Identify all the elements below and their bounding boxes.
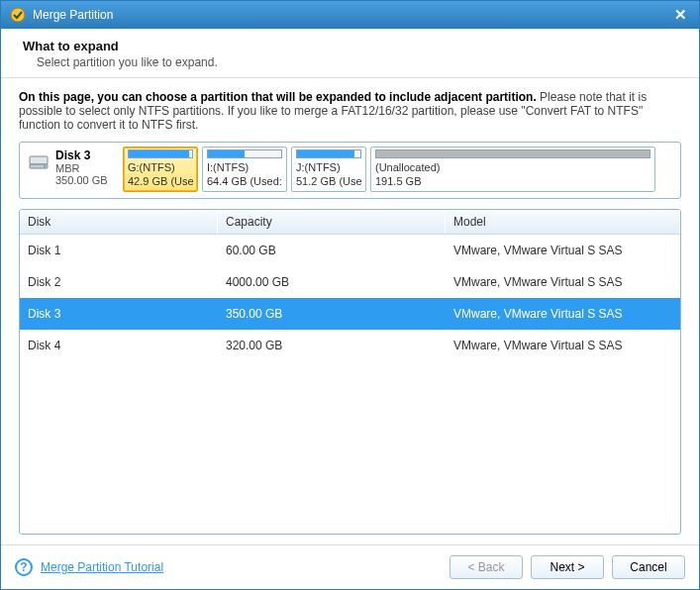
partition-block[interactable]: J:(NTFS)51.2 GB (Use <box>291 147 366 192</box>
col-header-model[interactable]: Model <box>446 210 680 234</box>
help-icon[interactable]: ? <box>15 558 33 576</box>
table-row[interactable]: Disk 4320.00 GBVMware, VMware Virtual S … <box>20 330 680 361</box>
table-header: Disk Capacity Model <box>20 210 680 235</box>
page-subtitle: Select partition you like to expand. <box>23 55 677 69</box>
partition-label: (Unallocated) <box>375 160 650 174</box>
partition-label: I:(NTFS) <box>207 160 282 174</box>
disk-table: Disk Capacity Model Disk 160.00 GBVMware… <box>19 209 681 535</box>
table-row[interactable]: Disk 24000.00 GBVMware, VMware Virtual S… <box>20 266 680 298</box>
back-button[interactable]: < Back <box>450 555 523 579</box>
partition-size: 64.4 GB (Used: <box>207 174 282 188</box>
partition-usage-bar <box>207 149 282 158</box>
next-button[interactable]: Next > <box>531 555 604 579</box>
partition-size: 51.2 GB (Use <box>296 174 361 188</box>
partition-size: 191.5 GB <box>375 174 650 188</box>
cell-capacity: 60.00 GB <box>218 235 446 266</box>
svg-point-0 <box>11 8 25 22</box>
partition-list: G:(NTFS)42.9 GB (UseI:(NTFS)64.4 GB (Use… <box>123 147 674 192</box>
cell-disk: Disk 2 <box>20 266 218 298</box>
page-title: What to expand <box>23 39 677 53</box>
cell-capacity: 4000.00 GB <box>218 266 446 298</box>
disk-name: Disk 3 <box>55 148 108 162</box>
cell-model: VMware, VMware Virtual S SAS <box>446 330 680 361</box>
table-row[interactable]: Disk 3350.00 GBVMware, VMware Virtual S … <box>20 298 680 330</box>
partition-block[interactable]: I:(NTFS)64.4 GB (Used: <box>202 147 287 192</box>
cell-disk: Disk 3 <box>20 298 218 330</box>
partition-usage-bar <box>375 149 650 158</box>
col-header-disk[interactable]: Disk <box>20 210 218 234</box>
cell-capacity: 320.00 GB <box>218 330 446 361</box>
app-icon <box>9 6 27 24</box>
disk-meta: Disk 3 MBR 350.00 GB <box>26 147 119 192</box>
partition-block[interactable]: G:(NTFS)42.9 GB (Use <box>123 147 198 192</box>
disk-size: 350.00 GB <box>55 174 108 186</box>
partition-size: 42.9 GB (Use <box>128 174 193 188</box>
cell-disk: Disk 4 <box>20 330 218 361</box>
description-bold: On this page, you can choose a partition… <box>19 90 537 104</box>
wizard-header: What to expand Select partition you like… <box>1 29 699 78</box>
partition-label: G:(NTFS) <box>128 160 193 174</box>
svg-point-3 <box>44 165 46 167</box>
cancel-button[interactable]: Cancel <box>612 555 685 579</box>
disk-icon <box>28 150 50 172</box>
content-area: On this page, you can choose a partition… <box>1 78 699 544</box>
titlebar: Merge Partition ✕ <box>1 1 699 29</box>
partition-usage-bar <box>296 149 361 158</box>
cell-model: VMware, VMware Virtual S SAS <box>446 235 680 266</box>
window-title: Merge Partition <box>33 8 669 22</box>
svg-rect-1 <box>30 156 48 164</box>
description-text: On this page, you can choose a partition… <box>19 90 681 132</box>
table-body: Disk 160.00 GBVMware, VMware Virtual S S… <box>20 235 680 534</box>
disk-scheme: MBR <box>55 162 108 174</box>
close-icon[interactable]: ✕ <box>669 6 691 24</box>
cell-model: VMware, VMware Virtual S SAS <box>446 266 680 298</box>
partition-block[interactable]: (Unallocated)191.5 GB <box>370 147 655 192</box>
col-header-capacity[interactable]: Capacity <box>218 210 446 234</box>
partition-usage-bar <box>128 149 193 158</box>
partition-label: J:(NTFS) <box>296 160 361 174</box>
cell-capacity: 350.00 GB <box>218 298 446 330</box>
tutorial-link[interactable]: Merge Partition Tutorial <box>41 560 163 574</box>
footer: ? Merge Partition Tutorial < Back Next >… <box>1 544 699 589</box>
table-row[interactable]: Disk 160.00 GBVMware, VMware Virtual S S… <box>20 235 680 266</box>
disk-strip: Disk 3 MBR 350.00 GB G:(NTFS)42.9 GB (Us… <box>19 142 681 199</box>
cell-model: VMware, VMware Virtual S SAS <box>446 298 680 330</box>
cell-disk: Disk 1 <box>20 235 218 266</box>
